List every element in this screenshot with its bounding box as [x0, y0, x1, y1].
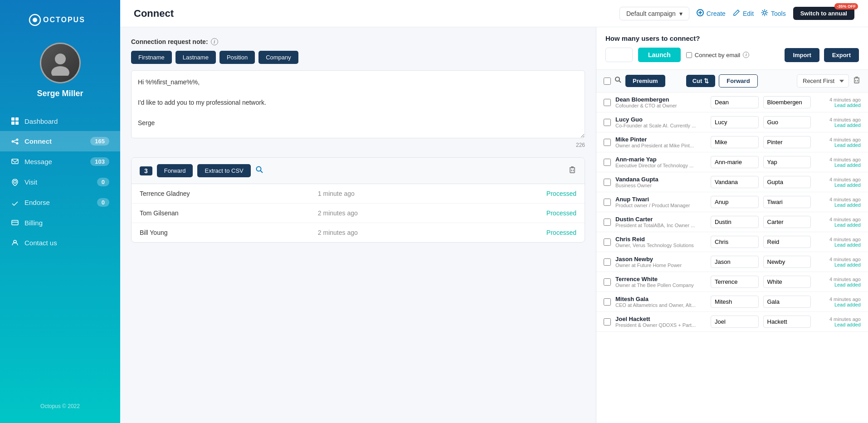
sidebar-item-contact[interactable]: Contact us [0, 233, 120, 253]
queue-forward-button[interactable]: Forward [157, 164, 193, 177]
queue-cell-status: Processed [460, 184, 585, 204]
lead-time: 4 minutes ago Lead added [815, 316, 861, 327]
company-tag-button[interactable]: Company [258, 51, 298, 64]
sidebar-item-visit[interactable]: Visit 0 [0, 172, 120, 192]
lead-added: Lead added [815, 122, 861, 128]
lead-checkbox[interactable] [604, 159, 611, 166]
lead-title: Owner and President at Mike Pint... [615, 143, 706, 148]
lead-row: Vandana Gupta Business Owner 4 minutes a… [596, 172, 868, 192]
lead-first-input[interactable] [711, 276, 759, 288]
switch-annual-button[interactable]: -35% OFF Switch to annual [793, 7, 854, 20]
lead-first-input[interactable] [711, 296, 759, 308]
lead-first-input[interactable] [711, 316, 759, 328]
import-button[interactable]: Import [785, 48, 819, 62]
lead-first-input[interactable] [711, 196, 759, 208]
leads-list: Dean Bloembergen Cofounder & CTO at Owne… [596, 92, 868, 423]
connect-email-checkbox[interactable] [686, 52, 692, 58]
lead-last-input[interactable] [763, 256, 811, 268]
svg-rect-5 [11, 117, 15, 121]
lead-title: President & Owner QDOXS + Part... [615, 322, 706, 328]
lead-checkbox[interactable] [604, 119, 611, 126]
lead-checkbox[interactable] [604, 238, 611, 246]
avatar [40, 43, 81, 83]
lead-checkbox[interactable] [604, 219, 611, 226]
lead-row: Lucy Guo Co-Founder at Scale AI. Current… [596, 112, 868, 132]
cut-button[interactable]: Cut ⇅ [686, 75, 716, 87]
leads-search-button[interactable] [614, 76, 622, 86]
lead-checkbox[interactable] [604, 99, 611, 106]
lead-time: 4 minutes ago Lead added [815, 97, 861, 108]
launch-count-input[interactable] [605, 48, 633, 62]
lead-last-input[interactable] [763, 176, 811, 188]
lead-time-text: 4 minutes ago [815, 157, 861, 162]
lead-checkbox[interactable] [604, 179, 611, 186]
lead-last-input[interactable] [763, 316, 811, 328]
lead-added: Lead added [815, 302, 861, 307]
lead-last-input[interactable] [763, 136, 811, 148]
forward-filter-button[interactable]: Forward [719, 74, 757, 88]
sidebar-item-connect[interactable]: Connect 165 [0, 131, 120, 151]
lead-last-input[interactable] [763, 156, 811, 168]
tools-button[interactable]: Tools [761, 9, 786, 18]
lead-last-input[interactable] [763, 296, 811, 308]
dashboard-icon [11, 117, 19, 125]
lead-checkbox[interactable] [604, 139, 611, 146]
lastname-tag-button[interactable]: Lastname [176, 51, 216, 64]
lead-row: Jason Newby Owner at Future Home Power 4… [596, 252, 868, 272]
lead-last-input[interactable] [763, 96, 811, 108]
lead-title: Executive Director of Technology ... [615, 163, 706, 168]
svg-text:OCTOPUS: OCTOPUS [43, 16, 85, 24]
queue-header: 3 Forward Extract to CSV [132, 158, 585, 184]
lead-checkbox[interactable] [604, 298, 611, 306]
lead-name: Dustin Carter [615, 216, 706, 223]
queue-search-button[interactable] [255, 165, 263, 176]
lead-last-input[interactable] [763, 216, 811, 228]
launch-button[interactable]: Launch [638, 48, 681, 62]
lead-first-input[interactable] [711, 96, 759, 108]
lead-last-input[interactable] [763, 276, 811, 288]
lead-checkbox[interactable] [604, 318, 611, 326]
premium-filter-button[interactable]: Premium [625, 75, 665, 87]
position-tag-button[interactable]: Position [219, 51, 255, 64]
lead-checkbox[interactable] [604, 278, 611, 286]
export-button[interactable]: Export [824, 48, 859, 62]
lead-first-input[interactable] [711, 136, 759, 148]
lead-checkbox[interactable] [604, 199, 611, 206]
lead-last-input[interactable] [763, 196, 811, 208]
edit-button[interactable]: Edit [733, 9, 754, 18]
lead-first-input[interactable] [711, 156, 759, 168]
lead-first-input[interactable] [711, 176, 759, 188]
lead-first-input[interactable] [711, 116, 759, 128]
lead-info: Ann-marie Yap Executive Director of Tech… [615, 156, 706, 168]
lead-first-input[interactable] [711, 256, 759, 268]
lead-info: Terrence White Owner at The Bee Pollen C… [615, 276, 706, 288]
sidebar-item-billing[interactable]: Billing [0, 213, 120, 233]
campaign-dropdown[interactable]: Default campaign ▾ [619, 7, 689, 20]
lead-checkbox[interactable] [604, 258, 611, 266]
leads-delete-button[interactable] [853, 76, 861, 86]
lead-time: 4 minutes ago Lead added [815, 157, 861, 168]
char-count: 226 [131, 142, 585, 148]
lead-first-input[interactable] [711, 216, 759, 228]
lead-name: Joel Hackett [615, 316, 706, 322]
sort-arrows-icon: ⇅ [704, 78, 709, 84]
sidebar-item-message[interactable]: Message 103 [0, 151, 120, 172]
sidebar-item-dashboard[interactable]: Dashboard [0, 111, 120, 131]
visit-icon [11, 178, 19, 186]
create-button[interactable]: Create [697, 9, 726, 18]
queue-extract-button[interactable]: Extract to CSV [197, 164, 250, 177]
visit-badge: 0 [97, 178, 109, 186]
firstname-tag-button[interactable]: Firstname [131, 51, 172, 64]
left-panel: Connection request note: i Firstname Las… [120, 27, 596, 423]
queue-row: Tom Gilsenan 2 minutes ago Processed [132, 204, 585, 223]
sidebar-item-label: Dashboard [24, 117, 58, 125]
connection-note-textarea[interactable]: Hi %%first_name%%, I'd like to add you t… [131, 70, 585, 138]
lead-last-input[interactable] [763, 116, 811, 128]
recent-first-select[interactable]: Recent First Oldest First [797, 74, 849, 88]
lead-first-input[interactable] [711, 236, 759, 248]
select-all-checkbox[interactable] [604, 78, 611, 85]
lead-last-input[interactable] [763, 236, 811, 248]
username: Serge Miller [37, 89, 83, 98]
queue-delete-button[interactable] [568, 165, 576, 176]
sidebar-item-endorse[interactable]: Endorse 0 [0, 192, 120, 213]
